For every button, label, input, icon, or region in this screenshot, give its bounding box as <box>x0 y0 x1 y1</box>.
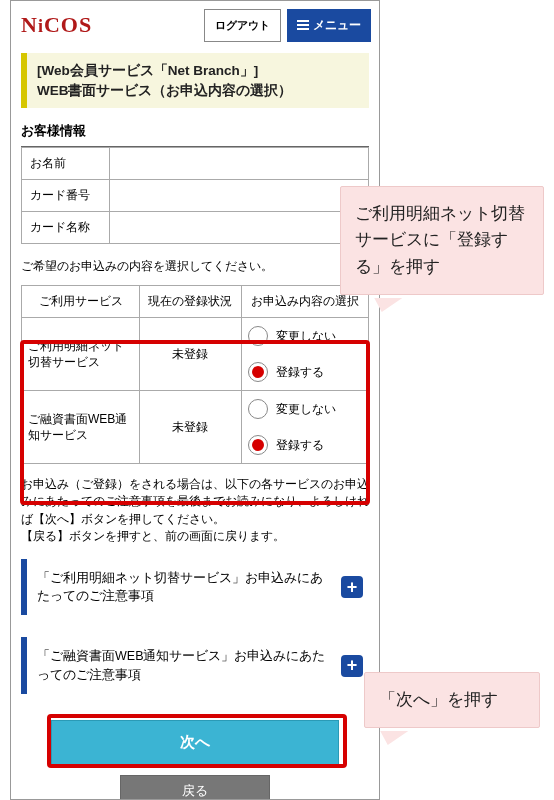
accordion-notice-2[interactable]: 「ご融資書面WEB通知サービス」お申込みにあたってのご注意事項 + <box>21 637 369 693</box>
instruction-text: ご希望のお申込みの内容を選択してください。 <box>21 258 369 275</box>
table-row: カード名称 <box>22 212 369 244</box>
service-table: ご利用サービス 現在の登録状況 お申込み内容の選択 ご利用明細ネット切替サービス… <box>21 285 369 464</box>
menu-label: メニュー <box>313 17 361 34</box>
svc1-opt-nochange[interactable]: 変更しない <box>242 318 368 354</box>
opt-label: 登録する <box>276 437 324 454</box>
accordion-label: 「ご融資書面WEB通知サービス」お申込みにあたってのご注意事項 <box>37 649 325 681</box>
svc1-options: 変更しない 登録する <box>241 318 368 391</box>
page-title-line2: WEB書面サービス（お申込内容の選択） <box>37 81 359 101</box>
hamburger-icon <box>297 20 309 30</box>
svc2-opt-register[interactable]: 登録する <box>242 427 368 463</box>
svc2-name: ご融資書面WEB通知サービス <box>22 391 140 464</box>
brand-logo: NICOS <box>21 12 92 38</box>
customer-info-table: お名前 カード番号 カード名称 <box>21 147 369 244</box>
menu-button[interactable]: メニュー <box>287 9 371 42</box>
svc1-opt-register[interactable]: 登録する <box>242 354 368 390</box>
table-row: お名前 <box>22 148 369 180</box>
page-title-line1: [Web会員サービス「Net Branch」] <box>37 61 359 81</box>
accordion-label: 「ご利用明細ネット切替サービス」お申込みにあたってのご注意事項 <box>37 571 323 603</box>
header: NICOS ログアウト メニュー <box>11 1 379 49</box>
app-viewport: NICOS ログアウト メニュー [Web会員サービス「Net Branch」]… <box>10 0 380 800</box>
callout-register: ご利用明細ネット切替サービスに「登録する」を押す <box>340 186 544 295</box>
table-header-row: ご利用サービス 現在の登録状況 お申込み内容の選択 <box>22 286 369 318</box>
cust-cardname-value <box>110 212 369 244</box>
col-status: 現在の登録状況 <box>140 286 242 318</box>
customer-heading: お客様情報 <box>21 122 369 140</box>
radio-icon <box>248 326 268 346</box>
radio-icon <box>248 399 268 419</box>
next-button[interactable]: 次へ <box>51 720 339 765</box>
opt-label: 登録する <box>276 364 324 381</box>
note-paragraph: お申込み（ご登録）をされる場合は、以下の各サービスのお申込みにあたってのご注意事… <box>21 476 369 545</box>
cust-cardno-label: カード番号 <box>22 180 110 212</box>
svc2-options: 変更しない 登録する <box>241 391 368 464</box>
col-service: ご利用サービス <box>22 286 140 318</box>
expand-icon: + <box>341 655 363 677</box>
table-row: カード番号 <box>22 180 369 212</box>
svc2-status: 未登録 <box>140 391 242 464</box>
svc1-name: ご利用明細ネット切替サービス <box>22 318 140 391</box>
svc2-opt-nochange[interactable]: 変更しない <box>242 391 368 427</box>
page-title-band: [Web会員サービス「Net Branch」] WEB書面サービス（お申込内容の… <box>21 53 369 108</box>
next-button-area: 次へ <box>21 720 369 765</box>
header-controls: ログアウト メニュー <box>204 9 371 42</box>
expand-icon: + <box>341 576 363 598</box>
cust-name-label: お名前 <box>22 148 110 180</box>
back-button[interactable]: 戻る <box>120 775 270 800</box>
accordion-notice-1[interactable]: 「ご利用明細ネット切替サービス」お申込みにあたってのご注意事項 + <box>21 559 369 615</box>
radio-icon-selected <box>248 435 268 455</box>
svc1-status: 未登録 <box>140 318 242 391</box>
radio-icon-selected <box>248 362 268 382</box>
callout-next: 「次へ」を押す <box>364 672 540 728</box>
cust-cardno-value <box>110 180 369 212</box>
opt-label: 変更しない <box>276 401 336 418</box>
opt-label: 変更しない <box>276 328 336 345</box>
cust-cardname-label: カード名称 <box>22 212 110 244</box>
logout-button[interactable]: ログアウト <box>204 9 281 42</box>
table-row: ご融資書面WEB通知サービス 未登録 変更しない 登録する <box>22 391 369 464</box>
table-row: ご利用明細ネット切替サービス 未登録 変更しない 登録する <box>22 318 369 391</box>
cust-name-value <box>110 148 369 180</box>
